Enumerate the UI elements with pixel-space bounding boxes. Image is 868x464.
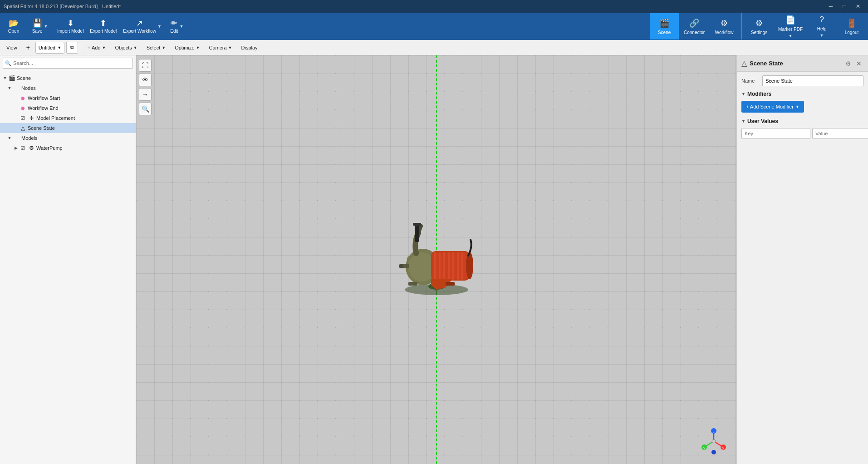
help-button[interactable]: ? Help ▼ [807,13,836,39]
svg-text:Z: Z [713,430,715,434]
display-label: Display [241,45,258,50]
connector-tab-button[interactable]: 🔗 Connector [680,13,709,39]
help-arrow: ▼ [820,33,824,38]
value-input[interactable] [812,128,868,139]
settings-icon: ⚙ [755,18,763,28]
save-button[interactable]: 💾 Save ▼ [26,14,54,39]
viewport[interactable]: ⛶ 👁 → 🔍 Z X [136,55,736,464]
scene-name: Untitled [39,45,55,50]
svg-rect-16 [415,224,419,242]
workflow-icon: ⚙ [721,18,728,28]
scene-tree: ▼ 🎬 Scene ▼ Nodes ⬟ Workflow Start ⬟ Wor… [0,71,136,464]
import-icon: ⬇ [67,19,74,27]
search-input[interactable] [3,58,133,69]
view-mode-button[interactable]: 👁 [139,74,152,86]
wp-checkbox: ☑ [19,145,26,151]
model-3d [382,215,491,296]
copy-button[interactable]: ⧉ [66,42,78,54]
connector-label: Connector [684,30,705,35]
fullscreen-button[interactable]: ⛶ [139,59,152,72]
navigate-icon: → [142,91,148,98]
add-modifier-button[interactable]: + Add Scene Modifier ▼ [741,101,804,113]
add-button[interactable]: + [23,42,34,54]
svg-point-33 [711,450,716,454]
minimize-button[interactable]: ─ [824,2,837,11]
scene-root-icon: 🎬 [8,75,15,81]
toolbar-right-tabs: 🎬 Scene 🔗 Connector ⚙ Workflow ⚙ Setting… [650,13,866,39]
edit-button[interactable]: ✏ Edit ▼ [165,14,189,39]
svg-rect-11 [448,252,450,280]
open-button[interactable]: 📂 Open [2,14,25,39]
marker-pdf-icon: 📄 [785,15,795,25]
maximize-button[interactable]: □ [838,2,851,11]
export-model-button[interactable]: ⬆ Export Model [87,14,119,39]
tree-workflow-start[interactable]: ⬟ Workflow Start [0,93,136,103]
zoom-button[interactable]: 🔍 [139,103,152,115]
toolbar-divider-1 [81,43,81,52]
import-model-button[interactable]: ⬇ Import Model [54,14,86,39]
panel-settings-button[interactable]: ⚙ [843,59,853,68]
left-panel: 🔍 ▼ 🎬 Scene ▼ Nodes ⬟ Workflow Start [0,55,136,464]
logout-button[interactable]: 🚪 Logout [837,13,866,39]
optimize-button[interactable]: Optimize ▼ [171,42,203,54]
titlebar: Spatial Editor 4.18.0.213 [Developer Bui… [0,0,868,13]
user-values-section: ▼ User Values + Add [741,118,863,139]
objects-button[interactable]: Objects ▼ [111,42,141,54]
right-panel-body: Name ▼ Modifiers + Add Scene Modifier ▼ … [737,72,868,464]
modifiers-title: Modifiers [747,91,771,97]
viewport-tools: ⛶ 👁 → 🔍 [139,59,152,115]
help-icon: ? [819,15,824,25]
wp-expand: ▶ [13,146,19,150]
add-modifier-label: + Add Scene Modifier [746,104,794,109]
scene-tab-button[interactable]: 🎬 Scene [650,13,679,39]
navigate-button[interactable]: → [139,88,152,101]
camera-button[interactable]: Camera ▼ [205,42,235,54]
view-toolbar: View + Untitled ▼ ⧉ + Add ▼ Objects ▼ Se… [0,40,868,55]
svg-point-19 [399,264,403,268]
objects-label: Objects [115,45,132,50]
tree-scene-root[interactable]: ▼ 🎬 Scene [0,73,136,83]
svg-point-15 [466,252,473,279]
far-right-toolbar: ⚙ Settings 📄 Marker PDF ▼ ? Help ▼ 🚪 Log… [741,13,866,39]
scene-dropdown[interactable]: Untitled ▼ [35,42,64,54]
tree-models[interactable]: ▼ Models [0,133,136,143]
tree-model-placement[interactable]: ☑ ✛ Model Placement [0,113,136,123]
save-icon: 💾 [32,19,42,27]
objects-arrow: ▼ [133,45,137,50]
tree-workflow-end[interactable]: ⬟ Workflow End [0,103,136,113]
search-icon: 🔍 [5,60,11,66]
workflow-tab-button[interactable]: ⚙ Workflow [710,13,739,39]
svg-rect-8 [434,252,436,280]
nodes-expand-arrow: ▼ [6,86,13,90]
marker-pdf-label: Marker PDF [778,27,803,32]
add-dropdown-button[interactable]: + Add ▼ [84,42,109,54]
name-input[interactable] [762,75,863,86]
add-modifier-arrow: ▼ [795,104,799,109]
view-button[interactable]: View [3,42,21,54]
models-expand: ▼ [6,136,13,140]
pump-svg [382,215,491,296]
modifiers-section-header[interactable]: ▼ Modifiers [741,91,863,97]
close-button[interactable]: ✕ [852,2,864,11]
svg-rect-9 [439,252,441,280]
marker-pdf-button[interactable]: 📄 Marker PDF ▼ [775,13,806,39]
scene-root-label: Scene [17,75,31,81]
export-workflow-button[interactable]: ↗ Export Workflow ▼ [120,14,164,39]
tree-scene-state[interactable]: △ Scene State [0,123,136,133]
mp-icon: ✛ [28,115,35,121]
settings-button[interactable]: ⚙ Settings [745,13,774,39]
key-input[interactable] [741,128,810,139]
tree-waterpump[interactable]: ▶ ☑ ⚙ WaterPump [0,143,136,153]
wp-label: WaterPump [36,145,63,151]
camera-arrow: ▼ [228,45,232,50]
viewport-canvas [136,55,736,464]
user-values-header[interactable]: ▼ User Values [741,118,863,124]
export-workflow-arrow: ▼ [157,24,162,29]
copy-icon: ⧉ [70,44,74,50]
select-button[interactable]: Select ▼ [143,42,170,54]
tree-nodes[interactable]: ▼ Nodes [0,83,136,93]
display-button[interactable]: Display [238,42,261,54]
user-values-arrow: ▼ [741,119,745,123]
panel-close-button[interactable]: ✕ [854,59,863,68]
wf-start-label: Workflow Start [28,95,60,101]
